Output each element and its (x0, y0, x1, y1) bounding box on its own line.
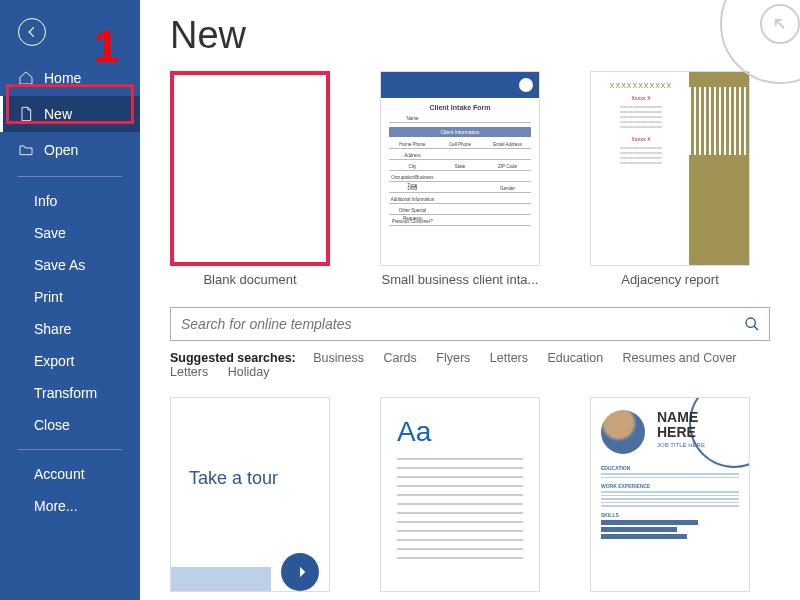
template-take-a-tour[interactable]: Take a tour (170, 397, 330, 592)
sidebar-label-home: Home (44, 70, 81, 86)
suggested-item[interactable]: Business (313, 351, 364, 365)
suggested-item[interactable]: Letters (490, 351, 528, 365)
page-title: New (170, 14, 770, 57)
back-button[interactable] (18, 18, 46, 46)
templates-row: Blank document Client Intake Form Name C… (170, 71, 770, 287)
sidebar-item-account[interactable]: Account (0, 458, 140, 490)
sidebar-item-new[interactable]: New (0, 96, 140, 132)
sidebar-label-new: New (44, 106, 72, 122)
back-arrow-icon (25, 25, 39, 39)
arrow-nw-icon (770, 14, 790, 34)
search-input[interactable] (171, 316, 735, 332)
sidebar-item-home[interactable]: Home (0, 60, 140, 96)
resume-name: NAMEHERE (657, 410, 698, 440)
arrow-right-icon (281, 553, 319, 591)
tour-text: Take a tour (189, 468, 278, 489)
resume-body: EDUCATION WORK EXPERIENCE SKILLS (601, 460, 739, 541)
template-label: Blank document (170, 272, 330, 287)
sidebar-item-close[interactable]: Close (0, 409, 140, 441)
templates-row-2: Take a tour Aa NAMEHERE JOB TITLE HERE (170, 397, 770, 592)
template-client-intake[interactable]: Client Intake Form Name Client Informati… (380, 71, 540, 287)
aa-icon: Aa (397, 416, 523, 448)
suggested-item[interactable]: Education (548, 351, 604, 365)
template-search (170, 307, 770, 341)
resume-sub: JOB TITLE HERE (657, 442, 705, 448)
sidebar-item-export[interactable]: Export (0, 345, 140, 377)
search-button[interactable] (735, 308, 769, 340)
template-resume[interactable]: NAMEHERE JOB TITLE HERE EDUCATION WORK E… (590, 397, 750, 592)
sidebar-item-open[interactable]: Open (0, 132, 140, 168)
annotation-number-1: 1 (94, 22, 118, 72)
main-panel: New Blank document Client Intake Form Na… (140, 0, 800, 600)
suggested-searches: Suggested searches: Business Cards Flyer… (170, 351, 770, 379)
svg-point-0 (746, 318, 755, 327)
logo-icon (519, 78, 533, 92)
new-doc-icon (18, 106, 34, 122)
sidebar-divider (18, 176, 122, 177)
sidebar-divider-2 (18, 449, 122, 450)
suggested-item[interactable]: Flyers (436, 351, 470, 365)
home-icon (18, 70, 34, 86)
search-icon (744, 316, 760, 332)
sidebar-item-share[interactable]: Share (0, 313, 140, 345)
backstage-sidebar: Home New Open Info Save Save As Print Sh… (0, 0, 140, 600)
sidebar-item-more[interactable]: More... (0, 490, 140, 522)
template-thumb-adjacency: XXXXXXXXXXX Xxxxx X xxxxxxxxxxxxxxxxxxxx… (590, 71, 750, 266)
template-blank-document[interactable]: Blank document (170, 71, 330, 287)
avatar-photo (601, 410, 645, 454)
sidebar-item-transform[interactable]: Transform (0, 377, 140, 409)
tour-stripe (171, 567, 271, 591)
sidebar-item-save[interactable]: Save (0, 217, 140, 249)
template-adjacency-report[interactable]: XXXXXXXXXXX Xxxxx X xxxxxxxxxxxxxxxxxxxx… (590, 71, 750, 287)
sidebar-item-print[interactable]: Print (0, 281, 140, 313)
sidebar-label-open: Open (44, 142, 78, 158)
svg-line-1 (754, 326, 758, 330)
template-single-spaced[interactable]: Aa (380, 397, 540, 592)
open-folder-icon (18, 142, 34, 158)
suggested-item[interactable]: Holiday (228, 365, 270, 379)
template-label: Small business client inta... (380, 272, 540, 287)
template-label: Adjacency report (590, 272, 750, 287)
sidebar-item-saveas[interactable]: Save As (0, 249, 140, 281)
template-thumb-intake: Client Intake Form Name Client Informati… (380, 71, 540, 266)
suggested-label: Suggested searches: (170, 351, 296, 365)
sidebar-item-info[interactable]: Info (0, 185, 140, 217)
suggested-item[interactable]: Cards (383, 351, 416, 365)
template-thumb-blank (170, 71, 330, 266)
